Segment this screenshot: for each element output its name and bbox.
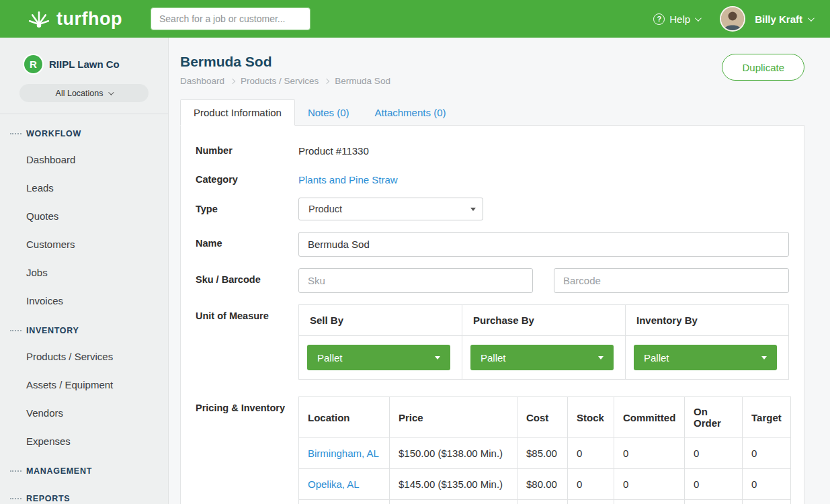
purchase-by-select[interactable]: Pallet	[470, 345, 614, 370]
company-name: RIIPL Lawn Co	[49, 58, 120, 70]
tab-product-information[interactable]: Product Information	[180, 99, 295, 126]
sku-barcode-row: Sku / Barcode	[196, 268, 789, 293]
name-row: Name	[196, 232, 789, 257]
sidebar-item-assets-equipment[interactable]: Assets / Equipment	[0, 371, 168, 399]
chevron-down-icon	[695, 15, 702, 22]
section-workflow[interactable]: WORKFLOW	[0, 118, 168, 146]
category-link[interactable]: Plants and Pine Straw	[298, 168, 398, 185]
top-bar: turfhop ? Help Billy Kraft	[0, 0, 830, 38]
sell-by-value: Pallet	[317, 352, 343, 364]
committed-cell: 0	[614, 438, 685, 469]
pricing-table: Location Price Cost Stock Committed On O…	[298, 396, 791, 504]
avatar[interactable]	[720, 6, 745, 32]
company-badge: R	[24, 55, 42, 73]
type-select[interactable]: Product	[298, 198, 483, 220]
category-row: Category Plants and Pine Straw	[196, 168, 789, 186]
inventory-by-value: Pallet	[644, 352, 669, 364]
location-link[interactable]: Birmingham, AL	[299, 438, 390, 469]
unit-of-measure-table: Sell By Purchase By Inventory By Pallet	[298, 304, 789, 380]
caret-down-icon	[435, 356, 440, 360]
type-label: Type	[196, 198, 298, 220]
section-label: WORKFLOW	[26, 129, 81, 138]
on-order-cell: 0	[685, 438, 743, 469]
target-cell: 0	[743, 438, 791, 469]
section-dashes-icon	[10, 133, 22, 134]
section-dashes-icon	[10, 330, 22, 331]
main-content: Bermuda Sod Dashboard Products / Service…	[169, 38, 830, 504]
inventory-by-select[interactable]: Pallet	[634, 345, 777, 370]
topbar-right: ? Help Billy Kraft	[653, 6, 813, 32]
pricing-inventory-label: Pricing & Inventory	[196, 396, 298, 504]
stock-cell: 0	[568, 469, 614, 500]
number-label: Number	[196, 139, 298, 157]
unit-of-measure-label: Unit of Measure	[196, 304, 298, 380]
pricing-header-row: Location Price Cost Stock Committed On O…	[299, 397, 791, 438]
cost-cell: $80.00	[517, 469, 568, 500]
col-committed: Committed	[614, 397, 685, 438]
breadcrumb-dashboard[interactable]: Dashboard	[180, 76, 224, 86]
sidebar-item-jobs[interactable]: Jobs	[0, 259, 168, 287]
col-price: Price	[390, 397, 517, 438]
name-input[interactable]	[298, 232, 789, 257]
help-menu[interactable]: ? Help	[653, 13, 700, 25]
pricing-inventory-row: Pricing & Inventory Location Price Cost …	[196, 396, 789, 504]
product-information-panel: Number Product #11330 Category Plants an…	[180, 125, 804, 504]
unit-of-measure-row: Unit of Measure Sell By Purchase By Inve…	[196, 304, 789, 380]
sidebar-nav: WORKFLOW Dashboard Leads Quotes Customer…	[0, 114, 168, 504]
sidebar-item-products-services[interactable]: Products / Services	[0, 343, 168, 371]
company-header: R RIIPL Lawn Co	[0, 38, 168, 73]
type-row: Type Product	[196, 198, 789, 220]
caret-down-icon	[761, 356, 767, 360]
number-value: Product #11330	[298, 139, 789, 157]
section-reports[interactable]: REPORTS	[0, 483, 168, 504]
all-locations-dropdown[interactable]: All Locations	[19, 84, 149, 102]
section-management[interactable]: MANAGEMENT	[0, 456, 168, 483]
sell-by-select[interactable]: Pallet	[307, 345, 450, 370]
section-dashes-icon	[10, 470, 22, 472]
name-label: Name	[196, 232, 298, 257]
all-locations-label: All Locations	[56, 89, 103, 98]
brand-name: turfhop	[56, 9, 122, 30]
breadcrumb-separator-icon	[324, 78, 329, 83]
section-dashes-icon	[10, 498, 22, 499]
barcode-input[interactable]	[554, 268, 789, 293]
sidebar: R RIIPL Lawn Co All Locations WORKFLOW D…	[0, 38, 169, 504]
tab-attachments[interactable]: Attachments (0)	[362, 100, 459, 125]
table-row: Birmingham, AL $150.00 ($138.00 Min.) $8…	[299, 438, 791, 469]
sidebar-item-leads[interactable]: Leads	[0, 174, 168, 202]
cost-cell: $85.00	[517, 438, 568, 469]
table-row: Opelika, AL $145.00 ($135.00 Min.) $80.0…	[299, 469, 791, 500]
breadcrumb-current: Bermuda Sod	[335, 76, 390, 86]
sidebar-item-vendors[interactable]: Vendors	[0, 399, 168, 427]
brand-logo[interactable]: turfhop	[27, 7, 122, 30]
stock-cell: 0	[568, 438, 614, 469]
uom-header-sell-by: Sell By	[299, 305, 462, 336]
sidebar-item-invoices[interactable]: Invoices	[0, 287, 168, 315]
price-cell: $145.00 ($135.00 Min.)	[390, 469, 517, 500]
sidebar-item-expenses[interactable]: Expenses	[0, 427, 168, 456]
user-menu[interactable]: Billy Kraft	[755, 13, 813, 25]
col-stock: Stock	[568, 397, 614, 438]
section-inventory[interactable]: INVENTORY	[0, 315, 168, 343]
sku-input[interactable]	[298, 268, 533, 293]
price-cell: $150.00 ($138.00 Min.)	[390, 438, 517, 469]
tab-notes[interactable]: Notes (0)	[295, 100, 362, 125]
col-on-order: On Order	[685, 397, 743, 438]
breadcrumb: Dashboard Products / Services Bermuda So…	[180, 76, 390, 86]
sidebar-item-dashboard[interactable]: Dashboard	[0, 146, 168, 174]
category-label: Category	[196, 168, 298, 186]
duplicate-button[interactable]: Duplicate	[722, 54, 804, 81]
help-label: Help	[669, 13, 690, 25]
breadcrumb-products-services[interactable]: Products / Services	[241, 76, 319, 86]
col-target: Target	[743, 397, 791, 438]
user-name: Billy Kraft	[755, 13, 802, 25]
sidebar-item-customers[interactable]: Customers	[0, 230, 168, 259]
on-order-cell: 0	[685, 469, 743, 500]
location-link[interactable]: Opelika, AL	[299, 469, 390, 500]
page-header: Bermuda Sod Dashboard Products / Service…	[180, 38, 804, 86]
search-input[interactable]	[151, 7, 310, 30]
col-cost: Cost	[517, 397, 568, 438]
sidebar-item-quotes[interactable]: Quotes	[0, 202, 168, 230]
section-label: MANAGEMENT	[26, 466, 92, 476]
col-location: Location	[299, 397, 390, 438]
